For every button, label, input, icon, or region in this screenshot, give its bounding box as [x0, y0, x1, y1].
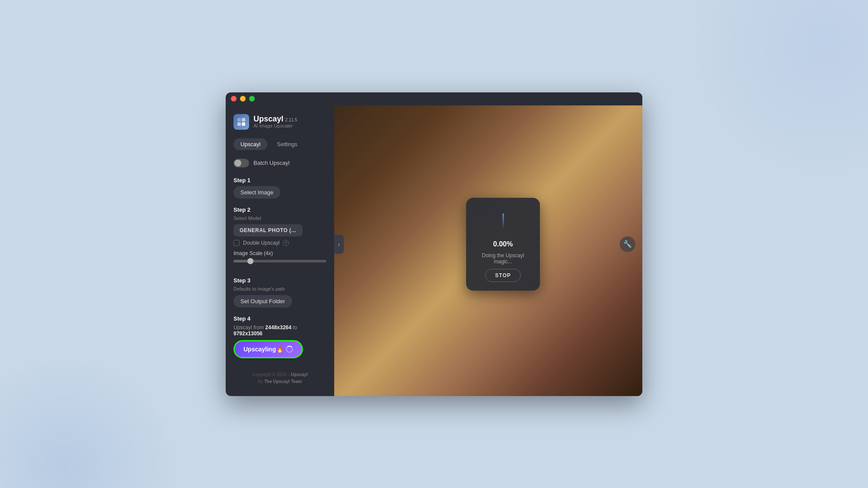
double-upscayl-label: Double Upscayl: [243, 240, 279, 246]
copyright: Copyright © 2024 – Upscayl By The Upscay…: [233, 366, 326, 389]
copyright-by: By: [258, 379, 263, 384]
batch-toggle-row: Batch Upscayl: [233, 159, 326, 167]
copyright-app: Upscayl: [291, 372, 307, 377]
settings-icon-button[interactable]: 🔧: [620, 236, 635, 252]
step2-section: Step 2 Select Model GENERAL PHOTO (... D…: [233, 206, 326, 269]
step3-sublabel: Defaults to Image's path: [233, 286, 326, 291]
step3-label: Step 3: [233, 277, 326, 284]
step4-from-size: 2448x3264: [265, 324, 291, 331]
svg-rect-2: [237, 122, 241, 126]
progress-indicator: [503, 213, 504, 229]
maximize-button[interactable]: [249, 96, 255, 102]
step2-label: Step 2: [233, 206, 326, 213]
copyright-text: Copyright © 2024 –: [252, 372, 289, 377]
sidebar: Upscayl2.11.5 AI Image Upscaler Upscayl …: [226, 92, 334, 396]
double-upscayl-row: Double Upscayl ?: [233, 240, 326, 246]
svg-rect-3: [242, 122, 245, 126]
progress-bar-container: [490, 208, 516, 234]
svg-rect-1: [242, 118, 245, 121]
step4-to: to: [293, 324, 297, 331]
step4-label: Step 4: [233, 315, 326, 322]
step2-sublabel: Select Model: [233, 216, 326, 221]
spinner-icon: [286, 346, 293, 353]
app-title: Upscayl2.11.5: [253, 115, 297, 124]
tab-upscayl[interactable]: Upscayl: [233, 138, 267, 150]
minimize-button[interactable]: [240, 96, 246, 102]
svg-rect-0: [237, 118, 241, 121]
chevron-left-icon: ‹: [338, 241, 340, 248]
model-select-button[interactable]: GENERAL PHOTO (...: [233, 224, 302, 236]
tab-settings[interactable]: Settings: [270, 138, 304, 150]
scale-slider-thumb[interactable]: [247, 258, 253, 264]
titlebar: [226, 92, 642, 105]
upscayl-button-label: Upscayling🔥: [243, 346, 283, 353]
step1-label: Step 1: [233, 177, 326, 183]
stop-button[interactable]: STOP: [485, 269, 521, 282]
collapse-sidebar-button[interactable]: ‹: [334, 235, 344, 254]
batch-toggle-switch[interactable]: [233, 159, 249, 167]
tab-row: Upscayl Settings: [233, 138, 326, 150]
step3-section: Step 3 Defaults to Image's path Set Outp…: [233, 277, 326, 308]
close-button[interactable]: [231, 96, 237, 102]
scale-label: Image Scale (4x): [233, 250, 326, 256]
step4-description: Upscayl from 2448x3264 to 9792x13056: [233, 324, 326, 337]
double-upscayl-checkbox[interactable]: [233, 240, 240, 246]
scale-slider-track[interactable]: [233, 260, 326, 262]
main-content: ‹ 0.00% Doing the Upscayl magic... STOP …: [334, 92, 642, 396]
step4-to-size: 9792x13056: [233, 331, 263, 337]
progress-percent: 0.00%: [493, 240, 513, 248]
app-subtitle: AI Image Upscaler: [253, 123, 297, 128]
step4-prefix: Upscayl from: [233, 324, 265, 331]
wrench-icon: 🔧: [623, 240, 632, 248]
set-output-folder-button[interactable]: Set Output Folder: [233, 295, 292, 308]
batch-toggle-label: Batch Upscayl: [253, 160, 289, 166]
select-image-button[interactable]: Select Image: [233, 186, 280, 199]
step1-section: Step 1 Select Image: [233, 177, 326, 199]
step4-section: Step 4 Upscayl from 2448x3264 to 9792x13…: [233, 315, 326, 358]
help-badge[interactable]: ?: [283, 240, 289, 246]
app-logo: [233, 114, 249, 130]
app-header: Upscayl2.11.5 AI Image Upscaler: [233, 114, 326, 130]
progress-modal: 0.00% Doing the Upscayl magic... STOP: [466, 198, 540, 291]
copyright-team: The Upscayl Team: [264, 379, 302, 384]
progress-status: Doing the Upscayl magic...: [475, 252, 531, 265]
app-window: Upscayl2.11.5 AI Image Upscaler Upscayl …: [226, 92, 642, 396]
upscayl-button[interactable]: Upscayling🔥: [233, 340, 303, 358]
app-title-group: Upscayl2.11.5 AI Image Upscaler: [253, 115, 297, 129]
